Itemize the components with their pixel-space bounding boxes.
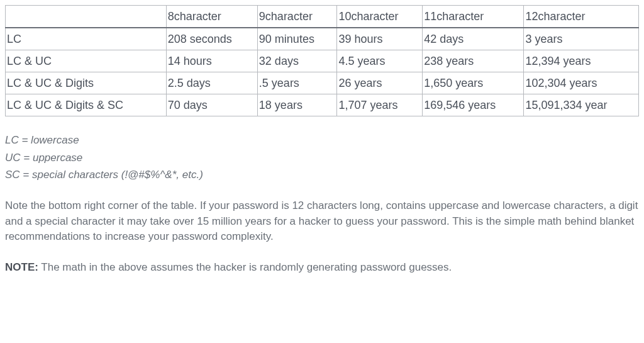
explanation-paragraph: Note the bottom right corner of the tabl… bbox=[5, 198, 639, 245]
cell: 26 years bbox=[337, 72, 423, 94]
cell: 2.5 days bbox=[166, 72, 257, 94]
col-header: 11character bbox=[423, 6, 524, 28]
col-header: 8character bbox=[166, 6, 257, 28]
table-header-row: 8character 9character 10character 11char… bbox=[6, 6, 639, 28]
table-row: LC & UC & Digits & SC 70 days 18 years 1… bbox=[6, 94, 639, 116]
row-label: LC bbox=[6, 28, 167, 50]
table-row: LC & UC 14 hours 32 days 4.5 years 238 y… bbox=[6, 50, 639, 72]
cell: 39 hours bbox=[337, 28, 423, 50]
cell: 4.5 years bbox=[337, 50, 423, 72]
cell: 1,650 years bbox=[423, 72, 524, 94]
row-label: LC & UC bbox=[6, 50, 167, 72]
row-label: LC & UC & Digits & SC bbox=[6, 94, 167, 116]
cell: 3 years bbox=[524, 28, 639, 50]
col-header: 12character bbox=[524, 6, 639, 28]
note-text: The math in the above assumes the hacker… bbox=[38, 261, 452, 273]
note-line: NOTE: The math in the above assumes the … bbox=[5, 260, 639, 276]
legend-uc: UC = uppercase bbox=[5, 149, 639, 166]
cell: 1,707 years bbox=[337, 94, 423, 116]
note-label: NOTE: bbox=[5, 261, 38, 273]
legend-lc: LC = lowercase bbox=[5, 132, 639, 149]
table-row: LC & UC & Digits 2.5 days .5 years 26 ye… bbox=[6, 72, 639, 94]
cell: 90 minutes bbox=[257, 28, 337, 50]
legend-sc: SC = special characters (!@#$%^&*, etc.) bbox=[5, 166, 639, 183]
cell: 15,091,334 year bbox=[524, 94, 639, 116]
cell: 169,546 years bbox=[423, 94, 524, 116]
cell: 32 days bbox=[257, 50, 337, 72]
cell: 42 days bbox=[423, 28, 524, 50]
cell: 70 days bbox=[166, 94, 257, 116]
table-row: LC 208 seconds 90 minutes 39 hours 42 da… bbox=[6, 28, 639, 50]
col-header: 9character bbox=[257, 6, 337, 28]
password-crack-time-table: 8character 9character 10character 11char… bbox=[5, 5, 639, 116]
cell: 18 years bbox=[257, 94, 337, 116]
cell: 102,304 years bbox=[524, 72, 639, 94]
legend-block: LC = lowercase UC = uppercase SC = speci… bbox=[5, 132, 639, 183]
cell: .5 years bbox=[257, 72, 337, 94]
cell: 12,394 years bbox=[524, 50, 639, 72]
cell: 208 seconds bbox=[166, 28, 257, 50]
row-label: LC & UC & Digits bbox=[6, 72, 167, 94]
col-header: 10character bbox=[337, 6, 423, 28]
cell: 14 hours bbox=[166, 50, 257, 72]
col-header bbox=[6, 6, 167, 28]
cell: 238 years bbox=[423, 50, 524, 72]
